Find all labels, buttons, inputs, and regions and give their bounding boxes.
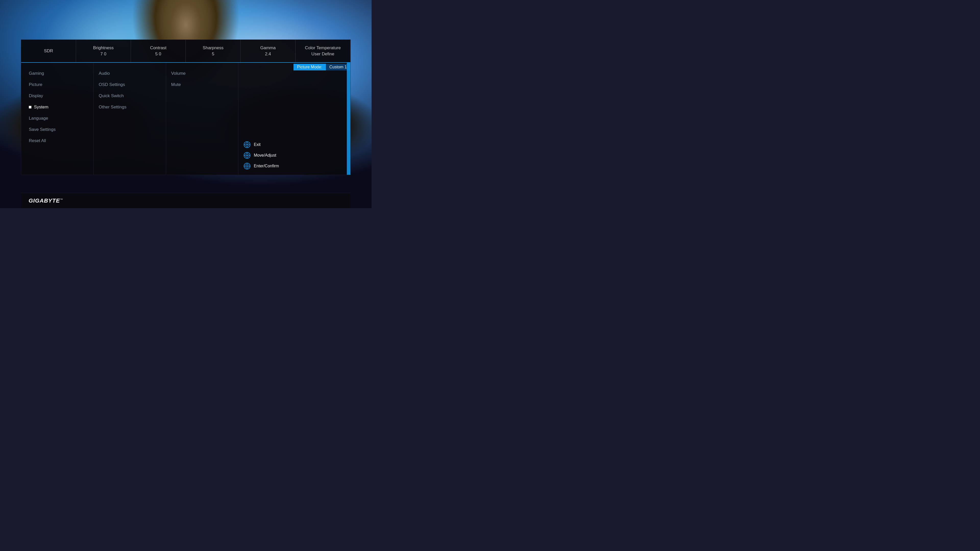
topbar-contrast-value: 5 0: [155, 51, 161, 57]
nav-item-picture[interactable]: Picture: [21, 79, 94, 90]
nav-reset-all-label: Reset All: [29, 138, 46, 143]
nav-language-label: Language: [29, 116, 48, 121]
top-bar: SDR Brightness 7 0 Contrast 5 0 Sharpnes…: [21, 40, 350, 63]
submenu-item-mute[interactable]: Mute: [166, 79, 239, 90]
topbar-contrast[interactable]: Contrast 5 0: [131, 40, 186, 62]
osd-panel: SDR Brightness 7 0 Contrast 5 0 Sharpnes…: [21, 40, 351, 175]
svg-point-16: [246, 165, 248, 167]
main-content: Gaming Picture Display System Language S…: [21, 63, 350, 175]
nav-save-settings-label: Save Settings: [29, 127, 56, 132]
menu-item-audio[interactable]: Audio: [94, 68, 166, 79]
menu-other-settings-label: Other Settings: [99, 105, 127, 110]
move-adjust-label: Move/Adjust: [254, 153, 276, 158]
move-adjust-icon: [243, 152, 251, 159]
control-move-adjust: Move/Adjust: [243, 152, 276, 159]
topbar-gamma-label: Gamma: [260, 45, 275, 51]
menu-item-other-settings[interactable]: Other Settings: [94, 102, 166, 113]
topbar-color-temp-label: Color Temperature: [305, 45, 341, 51]
topbar-color-temp[interactable]: Color Temperature User Define: [296, 40, 350, 62]
submenu-mute-label: Mute: [171, 82, 181, 87]
topbar-sharpness-value: 5: [212, 51, 214, 57]
enter-confirm-label: Enter/Confirm: [254, 164, 279, 168]
brand-name: GIGABYTE: [29, 197, 60, 204]
topbar-sdr[interactable]: SDR: [21, 40, 76, 62]
topbar-brightness[interactable]: Brightness 7 0: [76, 40, 131, 62]
topbar-sharpness[interactable]: Sharpness 5: [186, 40, 241, 62]
menu-quick-switch-label: Quick Switch: [99, 94, 124, 98]
topbar-brightness-label: Brightness: [93, 45, 114, 51]
menu-osd-label: OSD Settings: [99, 82, 125, 87]
scroll-bar[interactable]: [347, 63, 350, 175]
topbar-color-temp-value: User Define: [311, 51, 334, 57]
topbar-sdr-label: SDR: [44, 48, 53, 54]
nav-system-label: System: [34, 105, 48, 110]
nav-item-save-settings[interactable]: Save Settings: [21, 124, 94, 135]
menu-item-quick-switch[interactable]: Quick Switch: [94, 90, 166, 102]
brand-trademark: ™: [60, 198, 63, 201]
enter-confirm-icon: [243, 162, 251, 170]
right-panel: Exit Move/Adjust: [239, 63, 350, 175]
nav-active-bullet: [29, 106, 32, 108]
controls-panel: Exit Move/Adjust: [243, 141, 338, 170]
menu-column: Audio OSD Settings Quick Switch Other Se…: [94, 63, 166, 175]
exit-icon: [243, 141, 251, 148]
submenu-item-volume[interactable]: Volume: [166, 68, 239, 79]
exit-label: Exit: [254, 142, 261, 147]
control-enter-confirm: Enter/Confirm: [243, 162, 279, 170]
nav-display-label: Display: [29, 94, 43, 98]
nav-picture-label: Picture: [29, 82, 42, 87]
topbar-gamma[interactable]: Gamma 2.4: [241, 40, 296, 62]
svg-point-9: [246, 155, 248, 156]
nav-item-gaming[interactable]: Gaming: [21, 68, 94, 79]
topbar-contrast-label: Contrast: [150, 45, 166, 51]
menu-audio-label: Audio: [99, 71, 110, 76]
submenu-volume-label: Volume: [171, 71, 186, 76]
nav-item-reset-all[interactable]: Reset All: [21, 135, 94, 146]
control-exit: Exit: [243, 141, 261, 148]
nav-item-language[interactable]: Language: [21, 113, 94, 124]
brand-logo: GIGABYTE™: [29, 197, 63, 204]
nav-gaming-label: Gaming: [29, 71, 44, 76]
topbar-gamma-value: 2.4: [265, 51, 271, 57]
submenu-column: Volume Mute: [166, 63, 239, 175]
nav-column: Gaming Picture Display System Language S…: [21, 63, 94, 175]
topbar-sharpness-label: Sharpness: [203, 45, 223, 51]
svg-point-2: [246, 144, 248, 145]
menu-item-osd-settings[interactable]: OSD Settings: [94, 79, 166, 90]
nav-item-system[interactable]: System: [21, 102, 94, 113]
bottom-bar: GIGABYTE™: [21, 193, 351, 208]
topbar-brightness-value: 7 0: [100, 51, 107, 57]
nav-item-display[interactable]: Display: [21, 90, 94, 102]
